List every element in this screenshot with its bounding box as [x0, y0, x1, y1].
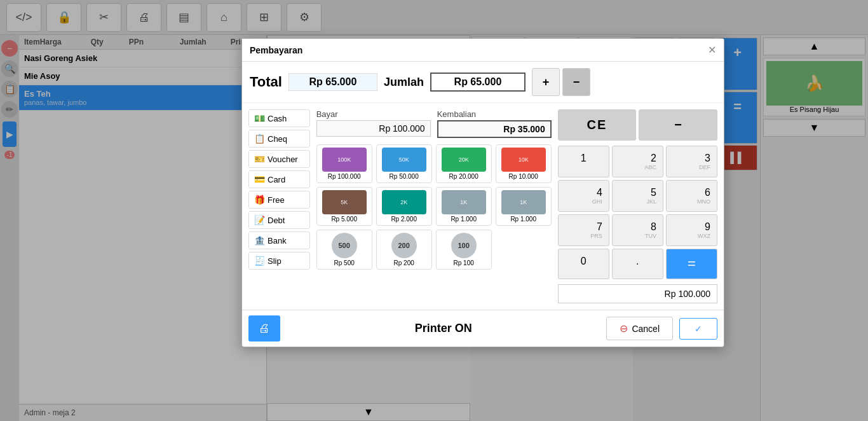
bank-icon: 🏦 — [254, 235, 265, 245]
ng-8[interactable]: 8TUV — [612, 214, 663, 246]
ng-6[interactable]: 6MNO — [666, 180, 717, 212]
ng-7[interactable]: 7PRS — [558, 214, 609, 246]
note-50k[interactable]: 50K Rp 50.000 — [376, 144, 432, 183]
note-label-50k: Rp 50.000 — [379, 173, 429, 180]
method-card[interactable]: 💳 Card — [248, 170, 310, 188]
method-cash-label: Cash — [268, 114, 287, 123]
ng-equals[interactable]: = — [666, 249, 717, 279]
cash-icon: 💵 — [254, 113, 265, 123]
plus-btn[interactable]: + — [532, 68, 560, 96]
note-img-1k-a: 1K — [442, 190, 486, 214]
ng-4[interactable]: 4GHI — [558, 180, 609, 212]
method-slip-label: Slip — [268, 256, 281, 266]
ng-9[interactable]: 9WXZ — [666, 214, 717, 246]
free-icon: 🎁 — [254, 195, 265, 205]
coin-100[interactable]: 100 Rp 100 — [436, 230, 492, 270]
currency-notes-row1: 100K Rp 100.000 50K Rp 50.000 20K Rp 20.… — [316, 144, 552, 183]
modal-title-bar: Pembayaran ✕ — [242, 39, 724, 62]
card-icon: 💳 — [254, 174, 265, 184]
numpad-display: Rp 100.000 — [558, 284, 717, 303]
note-1k-b[interactable]: 1K Rp 1.000 — [496, 187, 552, 226]
method-cheq-label: Cheq — [268, 134, 287, 144]
kembalian-field: Kembalian — [437, 109, 552, 138]
method-cheq[interactable]: 📋 Cheq — [248, 130, 310, 148]
currency-grid: Bayar Kembalian 100K Rp 100.000 — [316, 109, 552, 303]
coin-200[interactable]: 200 Rp 200 — [376, 230, 432, 270]
note-label-5k: Rp 5.000 — [320, 216, 369, 223]
slip-icon: 🧾 — [254, 256, 265, 266]
coin-label-200: Rp 200 — [379, 259, 429, 266]
note-2k[interactable]: 2K Rp 2.000 — [376, 187, 432, 226]
total-input[interactable] — [288, 73, 377, 91]
numpad-minus-btn[interactable]: − — [639, 109, 717, 141]
cancel-icon: ⊖ — [620, 322, 628, 335]
total-label: Total — [250, 74, 282, 90]
numpad-number-grid: 1 2ABC 3DEF 4GHI 5JKL 6MNO 7PRS 8TUV 9WX… — [558, 146, 717, 279]
note-5k[interactable]: 5K Rp 5.000 — [316, 187, 372, 226]
debt-icon: 📝 — [254, 215, 265, 225]
coin-500[interactable]: 500 Rp 500 — [316, 230, 372, 270]
ce-btn[interactable]: CE — [558, 109, 637, 141]
note-1k-a[interactable]: 1K Rp 1.000 — [436, 187, 492, 226]
minus-btn-top[interactable]: − — [562, 68, 590, 96]
modal-close-btn[interactable]: ✕ — [708, 44, 716, 56]
note-100k[interactable]: 100K Rp 100.000 — [316, 144, 372, 183]
confirm-btn[interactable]: ✓ — [679, 318, 717, 340]
kembalian-input[interactable] — [437, 120, 552, 138]
printer-status-label: Printer ON — [287, 322, 600, 335]
ng-1[interactable]: 1 — [558, 146, 609, 177]
voucher-icon: 🎫 — [254, 154, 265, 164]
note-label-1k-b: Rp 1.000 — [499, 216, 548, 223]
cheq-icon: 📋 — [254, 134, 265, 144]
note-img-20k: 20K — [442, 148, 486, 172]
note-img-2k: 2K — [382, 190, 426, 214]
note-label-1k-a: Rp 1.000 — [439, 216, 489, 223]
method-free[interactable]: 🎁 Free — [248, 191, 310, 209]
note-img-100k: 100K — [322, 148, 367, 172]
method-cash[interactable]: 💵 Cash — [248, 109, 310, 127]
ng-5[interactable]: 5JKL — [612, 180, 663, 212]
coin-label-500: Rp 500 — [320, 259, 369, 266]
ng-dot[interactable]: . — [612, 249, 663, 279]
method-bank[interactable]: 🏦 Bank — [248, 231, 310, 249]
modal-overlay: Pembayaran ✕ Total Jumlah + − 💵 Cash — [0, 0, 868, 421]
cancel-btn[interactable]: ⊖ Cancel — [606, 317, 673, 340]
bayar-label: Bayar — [316, 109, 431, 119]
note-20k[interactable]: 20K Rp 20.000 — [436, 144, 492, 183]
ng-2[interactable]: 2ABC — [612, 146, 663, 177]
note-label-2k: Rp 2.000 — [379, 216, 429, 223]
kembalian-label: Kembalian — [437, 109, 552, 119]
note-img-10k: 10K — [501, 148, 546, 172]
ng-0[interactable]: 0 — [558, 249, 609, 279]
jumlah-label: Jumlah — [384, 76, 424, 89]
method-bank-label: Bank — [268, 236, 287, 245]
note-label-10k: Rp 10.000 — [499, 173, 548, 180]
coin-img-500: 500 — [332, 233, 357, 258]
method-card-label: Card — [268, 175, 285, 184]
ng-3[interactable]: 3DEF — [666, 146, 717, 177]
printer-toggle-btn[interactable]: 🖨 — [248, 315, 280, 342]
bayar-kembalian-row: Bayar Kembalian — [316, 109, 552, 138]
payment-modal: Pembayaran ✕ Total Jumlah + − 💵 Cash — [241, 38, 724, 347]
note-img-5k: 5K — [322, 190, 367, 214]
method-voucher[interactable]: 🎫 Voucher — [248, 150, 310, 168]
method-debt-label: Debt — [268, 216, 285, 225]
jumlah-input[interactable] — [430, 72, 526, 92]
coin-img-200: 200 — [391, 233, 417, 258]
method-debt[interactable]: 📝 Debt — [248, 211, 310, 229]
method-voucher-label: Voucher — [268, 155, 298, 164]
bayar-field: Bayar — [316, 109, 431, 138]
cancel-label: Cancel — [632, 324, 660, 334]
modal-footer: 🖨 Printer ON ⊖ Cancel ✓ — [242, 310, 724, 347]
bayar-input[interactable] — [316, 120, 431, 137]
note-label-20k: Rp 20.000 — [439, 173, 489, 180]
coin-img-100: 100 — [451, 233, 477, 258]
currency-notes-row2: 5K Rp 5.000 2K Rp 2.000 1K Rp 1.000 1K R… — [316, 187, 552, 226]
modal-title: Pembayaran — [250, 45, 302, 55]
method-slip[interactable]: 🧾 Slip — [248, 252, 310, 270]
payment-methods: 💵 Cash 📋 Cheq 🎫 Voucher 💳 Card 🎁 — [248, 109, 310, 303]
currency-coins-row: 500 Rp 500 200 Rp 200 100 Rp 100 — [316, 230, 552, 270]
note-img-1k-b: 1K — [501, 190, 546, 214]
note-10k[interactable]: 10K Rp 10.000 — [496, 144, 552, 183]
payment-numpad: CE − 1 2ABC 3DEF 4GHI 5JKL 6MNO 7PRS 8TU… — [558, 109, 717, 303]
